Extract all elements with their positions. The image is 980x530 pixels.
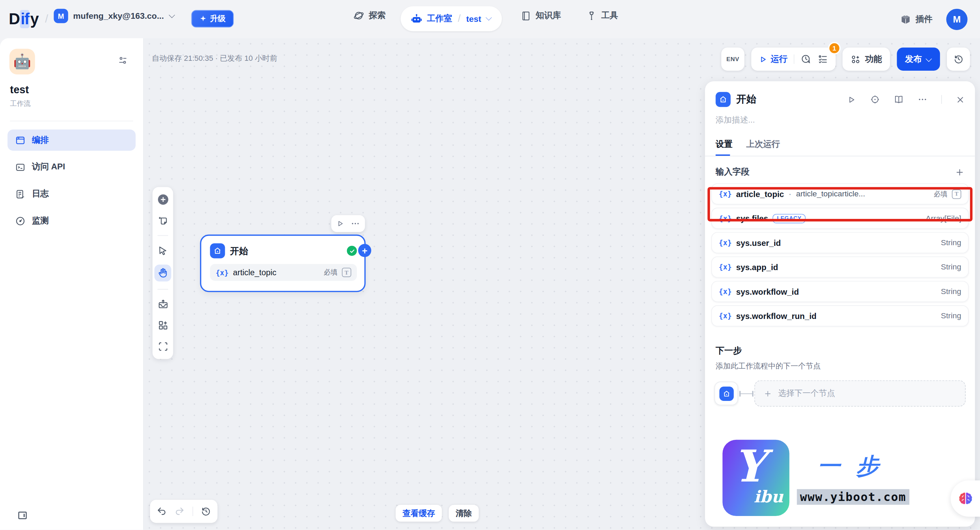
start-node[interactable]: 开始 + {x} article_topic 必填 T bbox=[200, 235, 366, 292]
sliders-icon[interactable] bbox=[118, 55, 128, 65]
field-row-sys-workflow-run-id[interactable]: {x} sys.workflow_run_id String bbox=[711, 305, 969, 326]
node-title: 开始 bbox=[230, 245, 342, 257]
view-cache-button[interactable]: 查看缓存 bbox=[396, 505, 442, 522]
pointer-tool-icon[interactable] bbox=[156, 243, 170, 257]
nav-explore[interactable]: 探索 bbox=[353, 10, 386, 21]
app-name: test bbox=[10, 84, 29, 96]
user-avatar[interactable]: M bbox=[946, 8, 967, 30]
run-toolbar: 运行 1 bbox=[751, 48, 836, 71]
connector-line bbox=[738, 390, 754, 397]
add-field-icon[interactable] bbox=[955, 167, 964, 177]
promo-banner: Y ibu 一步 www.yiboot.com bbox=[722, 438, 958, 517]
node-config-panel: 开始 添加描述... 设置 上次运行 输入字段 {x} article_topi… bbox=[705, 81, 975, 527]
run-button[interactable]: 运行 bbox=[759, 54, 788, 65]
chevron-down-icon bbox=[169, 11, 175, 18]
field-row-sys-files[interactable]: {x} sys.files LEGACY Array[File] bbox=[711, 208, 969, 229]
upgrade-button[interactable]: 升级 bbox=[191, 10, 234, 27]
yibu-logo: Y ibu bbox=[722, 439, 789, 516]
focus-node-icon[interactable] bbox=[870, 94, 880, 104]
more-icon[interactable] bbox=[918, 94, 928, 104]
sparkle-icon bbox=[199, 15, 207, 22]
panel-tabs: 设置 上次运行 bbox=[705, 126, 975, 156]
field-row-article-topic[interactable]: {x} article_topic · article_topicarticle… bbox=[711, 184, 969, 204]
next-step-subtitle: 添加此工作流程中的下一个节点 bbox=[705, 356, 975, 372]
text-type-icon: T bbox=[342, 268, 351, 277]
fit-view-icon[interactable] bbox=[156, 340, 170, 353]
home-icon bbox=[719, 386, 733, 401]
panel-title: 开始 bbox=[737, 93, 833, 106]
promo-url: www.yiboot.com bbox=[797, 488, 909, 504]
next-step-title: 下一步 bbox=[705, 326, 975, 356]
field-row-sys-workflow-id[interactable]: {x} sys.workflow_id String bbox=[711, 281, 969, 302]
checklist-badge: 1 bbox=[828, 42, 841, 55]
add-next-node-button[interactable]: + bbox=[358, 244, 371, 257]
input-fields-title: 输入字段 bbox=[716, 166, 749, 177]
workspace-name: mufeng_xky@163.co... bbox=[73, 11, 164, 21]
more-icon[interactable] bbox=[351, 219, 360, 228]
nav-tools[interactable]: 工具 bbox=[586, 10, 618, 21]
app-sidebar: 🤖 test 工作流 编排 访问 API 日志 监测 bbox=[0, 38, 144, 530]
home-icon bbox=[716, 92, 730, 107]
add-block-icon[interactable] bbox=[156, 318, 170, 332]
log-icon bbox=[15, 188, 25, 199]
sidebar-item-orchestrate[interactable]: 编排 bbox=[8, 129, 135, 151]
next-step-source-node bbox=[714, 382, 738, 405]
nav-studio[interactable]: 工作室 / test bbox=[401, 6, 502, 31]
current-app-name: test bbox=[466, 14, 481, 23]
import-dsl-icon[interactable] bbox=[156, 297, 170, 311]
add-node-icon[interactable] bbox=[156, 193, 170, 206]
play-icon[interactable] bbox=[336, 220, 344, 228]
version-history-button[interactable] bbox=[947, 48, 970, 71]
description-placeholder[interactable]: 添加描述... bbox=[705, 107, 975, 126]
app-avatar[interactable]: 🤖 bbox=[9, 49, 35, 75]
gauge-icon bbox=[15, 216, 25, 226]
features-button[interactable]: 功能 bbox=[843, 48, 890, 71]
robot-icon bbox=[410, 13, 422, 25]
docs-icon[interactable] bbox=[894, 94, 904, 104]
sidebar-item-logs[interactable]: 日志 bbox=[8, 184, 135, 204]
tab-last-run[interactable]: 上次运行 bbox=[746, 139, 780, 156]
env-button[interactable]: ENV bbox=[721, 48, 745, 71]
workspace-selector[interactable]: M mufeng_xky@163.co... bbox=[54, 9, 175, 23]
history-icon[interactable] bbox=[200, 506, 211, 517]
node-variable-row[interactable]: {x} article_topic 必填 T bbox=[210, 264, 356, 281]
publish-button[interactable]: 发布 bbox=[897, 48, 940, 71]
autosave-status: 自动保存 21:50:35 · 已发布 10 小时前 bbox=[152, 53, 277, 64]
close-icon[interactable] bbox=[956, 94, 965, 104]
run-history-icon[interactable] bbox=[800, 54, 811, 65]
checklist-icon[interactable] bbox=[818, 54, 828, 65]
explore-icon bbox=[353, 10, 364, 21]
workspace-avatar: M bbox=[54, 9, 68, 23]
plugin-box-icon bbox=[900, 13, 912, 25]
hand-tool-icon[interactable] bbox=[154, 265, 171, 281]
sidebar-item-monitoring[interactable]: 监测 bbox=[8, 210, 135, 231]
canvas-toolbar bbox=[153, 187, 173, 359]
app-header: Dify / M mufeng_xky@163.co... 升级 探索 工作室 … bbox=[0, 0, 980, 38]
undo-redo-toolbar bbox=[150, 500, 218, 523]
collapse-sidebar-icon[interactable] bbox=[17, 510, 28, 521]
field-row-sys-app-id[interactable]: {x} sys.app_id String bbox=[711, 257, 969, 278]
select-next-node-button[interactable]: 选择下一个节点 bbox=[754, 380, 966, 407]
dify-logo[interactable]: Dify bbox=[9, 10, 38, 28]
add-note-icon[interactable] bbox=[156, 214, 170, 227]
tab-settings[interactable]: 设置 bbox=[716, 139, 732, 156]
upgrade-label: 升级 bbox=[210, 13, 226, 24]
variable-name: article_topic bbox=[233, 268, 320, 277]
home-icon bbox=[210, 243, 225, 259]
orchestrate-icon bbox=[15, 135, 25, 145]
features-icon bbox=[851, 54, 861, 64]
text-type-icon: T bbox=[952, 189, 961, 198]
terminal-icon bbox=[15, 161, 25, 172]
sidebar-item-api[interactable]: 访问 API bbox=[8, 156, 135, 177]
field-row-sys-user-id[interactable]: {x} sys.user_id String bbox=[711, 232, 969, 254]
redo-icon[interactable] bbox=[174, 506, 185, 517]
success-check-icon bbox=[347, 246, 357, 256]
legacy-badge: LEGACY bbox=[773, 214, 806, 223]
promo-cn-text: 一步 bbox=[811, 451, 895, 482]
app-type-label: 工作流 bbox=[10, 99, 30, 108]
run-node-icon[interactable] bbox=[847, 94, 856, 104]
undo-icon[interactable] bbox=[156, 506, 167, 517]
clear-button[interactable]: 清除 bbox=[449, 505, 479, 522]
nav-plugins[interactable]: 插件 bbox=[900, 13, 932, 25]
nav-knowledge[interactable]: 知识库 bbox=[521, 10, 561, 21]
